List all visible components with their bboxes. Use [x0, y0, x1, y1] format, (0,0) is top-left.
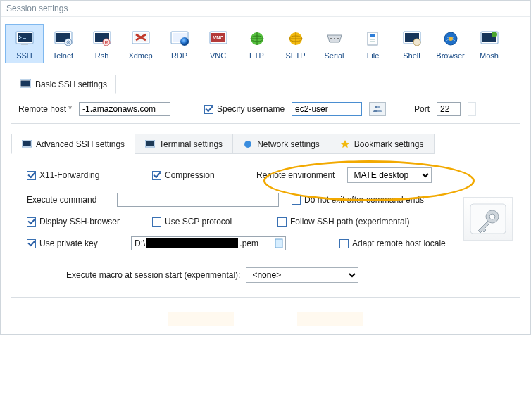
ssh-small-icon [22, 140, 32, 148]
tab-label: Terminal settings [159, 139, 223, 149]
label: Adapt remote host locale [352, 238, 446, 248]
basic-settings-tab[interactable]: Basic SSH settings [11, 75, 116, 94]
dialog-buttons [1, 307, 530, 334]
svg-rect-26 [370, 34, 375, 37]
browse-file-icon[interactable] [261, 238, 285, 248]
tab-network[interactable]: Network settings [233, 134, 330, 154]
exec-cmd-label: Execute command [27, 195, 104, 205]
checkbox-icon [27, 217, 36, 227]
macro-select[interactable]: <none> [246, 267, 358, 283]
tab-bookmark[interactable]: Bookmark settings [330, 134, 435, 154]
vnc-icon: VNC [208, 29, 228, 49]
tab-advanced-ssh[interactable]: Advanced SSH settings [11, 134, 135, 154]
checkbox-icon [204, 105, 213, 114]
svg-rect-41 [23, 141, 31, 146]
label: File [367, 51, 380, 60]
cancel-button[interactable] [297, 312, 363, 326]
specify-username-checkbox[interactable]: Specify username [204, 104, 285, 114]
label: Rsh [95, 51, 109, 60]
label: Compression [165, 170, 215, 180]
basic-settings-title: Basic SSH settings [35, 79, 107, 89]
tab-terminal[interactable]: Terminal settings [135, 134, 233, 154]
serial-icon [325, 29, 344, 49]
port-spinner[interactable] [468, 102, 476, 116]
session-settings-window: Session settings SSH Telnet R Rsh Xdmcp … [0, 0, 531, 335]
shell-icon [402, 29, 422, 49]
private-key-path-input[interactable]: D:\ .pem [131, 236, 286, 250]
window-title: Session settings [1, 1, 530, 17]
label: Do not exit after command ends [304, 195, 424, 205]
protocol-file[interactable]: File [354, 24, 392, 63]
rsh-icon: R [92, 29, 112, 49]
port-label: Port [414, 104, 430, 114]
mosh-icon [480, 29, 499, 49]
display-ssh-browser-checkbox[interactable]: Display SSH-browser [27, 217, 139, 227]
label: Xdmcp [128, 51, 152, 60]
protocol-browser[interactable]: Browser [431, 24, 470, 63]
label: SSH [16, 51, 32, 60]
protocol-mosh[interactable]: Mosh [470, 24, 508, 63]
adapt-locale-checkbox[interactable]: Adapt remote host locale [339, 238, 446, 248]
protocol-rdp[interactable]: RDP [160, 24, 199, 63]
file-icon [363, 29, 383, 49]
protocol-vnc[interactable]: VNC VNC [199, 24, 237, 63]
checkbox-icon [277, 217, 287, 227]
remote-env-select[interactable]: MATE desktop [347, 167, 432, 183]
exec-cmd-input[interactable] [117, 193, 279, 207]
protocol-sftp[interactable]: SFTP [276, 24, 315, 63]
basic-ssh-settings-section: Basic SSH settings Remote host * Specify… [11, 75, 520, 124]
pkey-suffix: .pem [238, 238, 261, 248]
advanced-tabbar: Advanced SSH settings Terminal settings … [11, 134, 520, 154]
svg-rect-48 [275, 239, 282, 248]
protocol-xdmcp[interactable]: Xdmcp [121, 24, 160, 63]
protocol-ftp[interactable]: FTP [237, 24, 276, 63]
label: Mosh [480, 51, 499, 60]
svg-point-32 [449, 37, 453, 41]
network-icon [243, 140, 253, 148]
protocol-ssh[interactable]: SSH [5, 24, 44, 63]
tab-label: Bookmark settings [354, 139, 424, 149]
username-input[interactable] [292, 102, 362, 116]
protocol-telnet[interactable]: Telnet [44, 24, 82, 63]
private-key-graphic [463, 197, 513, 241]
ok-button[interactable] [168, 312, 234, 326]
remote-host-input[interactable] [79, 102, 170, 116]
xdmcp-icon [131, 29, 151, 49]
use-scp-checkbox[interactable]: Use SCP protocol [152, 217, 265, 227]
terminal-icon [145, 140, 155, 148]
checkbox-icon [27, 239, 36, 248]
svg-point-39 [377, 106, 380, 108]
label: Display SSH-browser [39, 217, 120, 227]
protocol-shell[interactable]: Shell [392, 24, 431, 63]
svg-rect-43 [146, 141, 154, 146]
pkey-prefix: D:\ [132, 238, 146, 248]
tab-label: Network settings [257, 139, 320, 149]
svg-rect-25 [368, 32, 377, 45]
browser-icon [441, 29, 461, 49]
label: Use private key [39, 238, 98, 248]
ssh-small-icon [20, 79, 31, 89]
redacted-path [146, 238, 238, 248]
username-picker-button[interactable] [369, 102, 386, 116]
follow-ssh-path-checkbox[interactable]: Follow SSH path (experimental) [277, 217, 409, 227]
svg-rect-2 [21, 44, 28, 45]
label: Browser [436, 51, 464, 60]
checkbox-icon [292, 196, 301, 205]
svg-rect-37 [21, 80, 30, 86]
remote-host-label: Remote host * [18, 104, 72, 114]
use-private-key-checkbox[interactable]: Use private key [27, 238, 118, 248]
label: Serial [324, 51, 344, 60]
svg-text:VNC: VNC [213, 35, 223, 40]
no-exit-checkbox[interactable]: Do not exit after command ends [292, 195, 424, 205]
svg-rect-1 [18, 33, 32, 42]
protocol-toolbar: SSH Telnet R Rsh Xdmcp RDP VNC VNC FTP S… [1, 17, 530, 68]
compression-checkbox[interactable]: Compression [152, 170, 244, 180]
telnet-icon [54, 29, 73, 49]
protocol-serial[interactable]: Serial [315, 24, 354, 63]
protocol-rsh[interactable]: R Rsh [82, 24, 121, 63]
port-input[interactable] [437, 102, 461, 116]
x11-forwarding-checkbox[interactable]: X11-Forwarding [27, 170, 139, 180]
svg-text:R: R [104, 40, 108, 45]
label: VNC [210, 51, 226, 60]
users-icon [373, 104, 382, 115]
